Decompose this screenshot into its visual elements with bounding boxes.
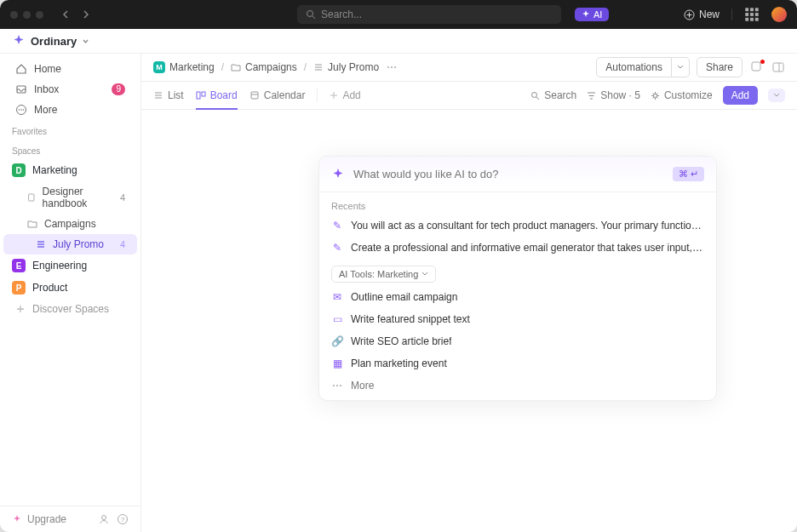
folder-campaigns[interactable]: Campaigns bbox=[3, 214, 137, 234]
view-tab-board[interactable]: Board bbox=[196, 83, 238, 110]
back-button[interactable] bbox=[59, 7, 74, 22]
tool-snippet[interactable]: ▭Write featured snippet text bbox=[319, 308, 716, 330]
chevron-down-icon bbox=[773, 92, 780, 99]
workspace-switcher[interactable]: Ordinary bbox=[0, 29, 797, 54]
panel-icon[interactable] bbox=[771, 60, 785, 74]
toolbar-show[interactable]: Show · 5 bbox=[587, 89, 640, 101]
more-icon[interactable] bbox=[386, 61, 398, 73]
add-label: Add bbox=[342, 89, 360, 101]
space-marketing[interactable]: D Marketing bbox=[0, 159, 140, 181]
tools-more[interactable]: ⋯More bbox=[319, 375, 716, 400]
recents-label: Recents bbox=[319, 192, 716, 215]
traffic-light[interactable] bbox=[23, 11, 31, 19]
toolbar-customize[interactable]: Customize bbox=[651, 89, 713, 101]
sidebar-inbox[interactable]: Inbox 9 bbox=[3, 79, 137, 100]
tool-seo-brief[interactable]: 🔗Write SEO article brief bbox=[319, 330, 716, 352]
svg-rect-16 bbox=[29, 194, 34, 201]
notification-icon[interactable] bbox=[749, 60, 765, 75]
svg-text:?: ? bbox=[121, 516, 125, 523]
tool-outline-email[interactable]: ✉Outline email campaign bbox=[319, 286, 716, 308]
svg-rect-3 bbox=[750, 8, 754, 11]
crumb-badge: M bbox=[153, 61, 165, 73]
sparkle-icon bbox=[12, 514, 22, 524]
item-count: 4 bbox=[120, 239, 125, 249]
discover-spaces[interactable]: Discover Spaces bbox=[3, 299, 137, 319]
chevron-down-icon bbox=[677, 64, 684, 71]
help-icon[interactable]: ? bbox=[117, 513, 129, 525]
toolbar-search[interactable]: Search bbox=[530, 89, 576, 101]
sidebar-item-label: Inbox bbox=[34, 83, 59, 95]
upgrade-button[interactable]: Upgrade bbox=[12, 513, 66, 525]
svg-rect-23 bbox=[752, 62, 760, 71]
crumb-july-promo[interactable]: July Promo bbox=[313, 61, 379, 73]
svg-rect-2 bbox=[745, 8, 748, 11]
sparkle-icon bbox=[582, 10, 590, 19]
svg-rect-9 bbox=[750, 18, 754, 21]
gear-icon bbox=[651, 91, 660, 100]
space-label: Marketing bbox=[32, 164, 77, 176]
recent-item[interactable]: ✎Create a professional and informative e… bbox=[319, 237, 716, 259]
crumb-campaigns[interactable]: Campaigns bbox=[231, 61, 297, 73]
view-add[interactable]: Add bbox=[330, 83, 360, 108]
apps-icon[interactable] bbox=[744, 7, 760, 22]
add-button[interactable]: Add bbox=[723, 86, 758, 105]
share-button[interactable]: Share bbox=[697, 57, 743, 77]
svg-point-15 bbox=[23, 109, 25, 111]
forward-button[interactable] bbox=[77, 7, 93, 22]
automations-button[interactable]: Automations bbox=[596, 57, 672, 77]
sidebar-home[interactable]: Home bbox=[3, 59, 137, 79]
crumb-marketing[interactable]: MMarketing bbox=[153, 61, 215, 73]
svg-point-14 bbox=[20, 109, 22, 111]
mail-icon: ✉ bbox=[331, 291, 343, 303]
folder-icon bbox=[231, 62, 241, 72]
calendar-icon: ▦ bbox=[331, 358, 343, 369]
space-product[interactable]: P Product bbox=[0, 277, 140, 299]
traffic-light[interactable] bbox=[10, 11, 18, 19]
traffic-light[interactable] bbox=[36, 11, 43, 19]
view-tab-list[interactable]: List bbox=[153, 83, 184, 108]
user-avatar[interactable] bbox=[771, 7, 787, 22]
btn-label: Add bbox=[731, 89, 749, 101]
automations-dropdown[interactable] bbox=[672, 57, 690, 77]
label: Show · 5 bbox=[600, 89, 640, 101]
space-label: Product bbox=[32, 282, 67, 294]
chevron-down-icon bbox=[82, 37, 89, 45]
svg-point-13 bbox=[19, 109, 20, 111]
tool-label: Outline email campaign bbox=[351, 291, 457, 303]
ai-button[interactable]: AI bbox=[575, 8, 609, 21]
tool-plan-event[interactable]: ▦Plan marketing event bbox=[319, 352, 716, 375]
discover-label: Discover Spaces bbox=[32, 303, 109, 315]
ai-input[interactable] bbox=[353, 168, 664, 180]
list-july-promo[interactable]: July Promo 4 bbox=[3, 234, 137, 255]
plus-circle-icon bbox=[684, 9, 695, 20]
inbox-badge: 9 bbox=[112, 83, 125, 95]
user-icon[interactable] bbox=[98, 513, 110, 525]
recent-item[interactable]: ✎You will act as a consultant for tech p… bbox=[319, 215, 716, 237]
crumb-label: Campaigns bbox=[245, 61, 297, 73]
crumb-separator: / bbox=[221, 61, 224, 73]
crumb-label: Marketing bbox=[169, 61, 215, 73]
svg-point-0 bbox=[307, 11, 313, 17]
upgrade-label: Upgrade bbox=[27, 513, 66, 525]
list-icon bbox=[153, 90, 163, 100]
link-icon: 🔗 bbox=[331, 335, 343, 347]
plus-icon bbox=[15, 304, 26, 314]
folder-designer-handbook[interactable]: Designer handbook 4 bbox=[3, 181, 137, 214]
svg-rect-8 bbox=[745, 18, 748, 21]
space-engineering[interactable]: E Engineering bbox=[0, 255, 140, 277]
global-search[interactable]: Search... bbox=[297, 5, 561, 24]
new-button[interactable]: New bbox=[684, 9, 720, 20]
chevron-down-icon bbox=[421, 271, 428, 277]
main-content: MMarketing / Campaigns / July Promo Auto… bbox=[141, 54, 797, 532]
tools-category-chip[interactable]: AI Tools: Marketing bbox=[331, 266, 436, 283]
spaces-label: Spaces bbox=[0, 140, 140, 159]
tab-label: Board bbox=[210, 89, 238, 101]
svg-point-28 bbox=[532, 92, 537, 97]
folder-icon bbox=[27, 219, 37, 229]
recent-text: Create a professional and informative em… bbox=[351, 242, 704, 254]
add-dropdown[interactable] bbox=[768, 89, 785, 102]
sidebar-more[interactable]: More bbox=[3, 100, 137, 120]
svg-rect-10 bbox=[755, 18, 759, 21]
view-tab-calendar[interactable]: Calendar bbox=[249, 83, 306, 108]
label: Customize bbox=[664, 89, 713, 101]
